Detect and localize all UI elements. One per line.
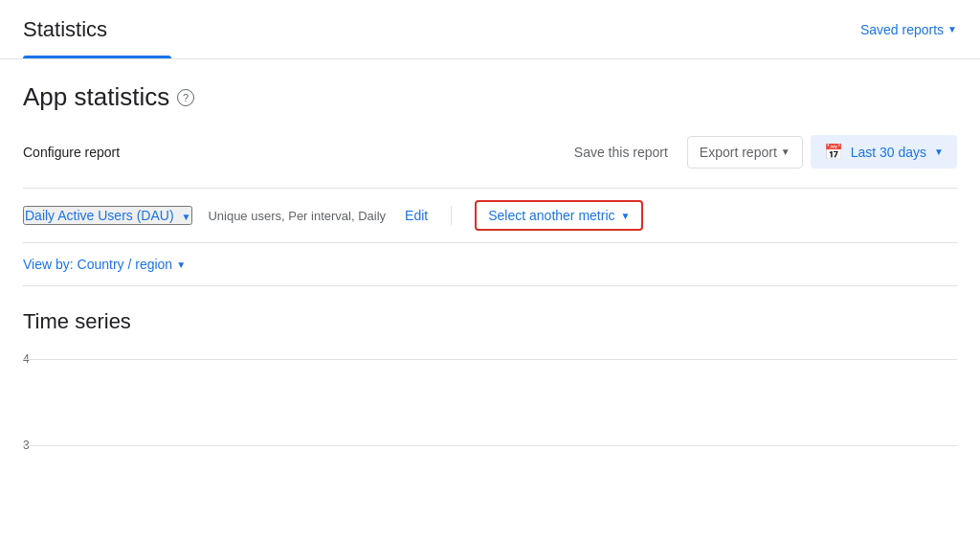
- select-another-metric-button[interactable]: Select another metric ▼: [475, 200, 643, 231]
- save-report-button[interactable]: Save this report: [563, 137, 679, 168]
- export-report-button[interactable]: Export report ▼: [687, 136, 803, 169]
- date-range-button[interactable]: 📅 Last 30 days ▼: [811, 135, 957, 169]
- saved-reports-button[interactable]: Saved reports ▼: [860, 22, 957, 37]
- metric-primary: Daily Active Users (DAU) ▼ Unique users,…: [23, 206, 452, 225]
- chart-gridline-3: [23, 445, 957, 446]
- export-report-label: Export report: [700, 145, 777, 160]
- view-by-chevron-icon: ▼: [176, 259, 186, 270]
- chart-gridline-4: [23, 359, 957, 360]
- metric-description: Unique users, Per interval, Daily: [208, 209, 386, 223]
- edit-metric-button[interactable]: Edit: [405, 208, 428, 223]
- page-nav-title: Statistics: [23, 17, 107, 42]
- page-title-row: App statistics ?: [23, 82, 957, 112]
- configure-report-label: Configure report: [23, 145, 120, 160]
- export-chevron-icon: ▼: [781, 146, 791, 157]
- metric-primary-chevron-icon: ▼: [181, 212, 190, 222]
- save-report-label: Save this report: [574, 145, 668, 160]
- time-series-section: Time series 4 3: [23, 286, 957, 522]
- configure-report-row: Configure report Save this report Export…: [23, 135, 957, 169]
- page-content: App statistics ? Configure report Save t…: [0, 59, 980, 522]
- metric-primary-name-label: Daily Active Users (DAU): [25, 208, 174, 223]
- saved-reports-chevron-icon: ▼: [947, 24, 957, 34]
- top-nav: Statistics Saved reports ▼: [0, 0, 980, 59]
- select-metric-chevron-icon: ▼: [621, 211, 631, 221]
- viewby-row: View by: Country / region ▼: [23, 243, 957, 286]
- select-metric-label: Select another metric: [488, 208, 614, 223]
- calendar-icon: 📅: [824, 143, 843, 161]
- select-metric-container: Select another metric ▼: [452, 200, 643, 231]
- date-range-label: Last 30 days: [851, 145, 926, 160]
- metrics-row: Daily Active Users (DAU) ▼ Unique users,…: [23, 188, 957, 243]
- help-icon[interactable]: ?: [177, 89, 194, 106]
- view-by-label: View by: Country / region: [23, 257, 172, 272]
- date-range-chevron-icon: ▼: [934, 146, 944, 157]
- saved-reports-label: Saved reports: [860, 22, 944, 37]
- chart-area: 4 3: [23, 349, 957, 522]
- page-title: App statistics: [23, 82, 169, 112]
- time-series-title: Time series: [23, 309, 957, 334]
- daily-active-users-button[interactable]: Daily Active Users (DAU) ▼: [23, 206, 192, 225]
- nav-underline: [23, 56, 171, 58]
- help-icon-label: ?: [183, 92, 189, 103]
- view-by-button[interactable]: View by: Country / region ▼: [23, 257, 186, 272]
- configure-actions: Save this report Export report ▼ 📅 Last …: [563, 135, 957, 169]
